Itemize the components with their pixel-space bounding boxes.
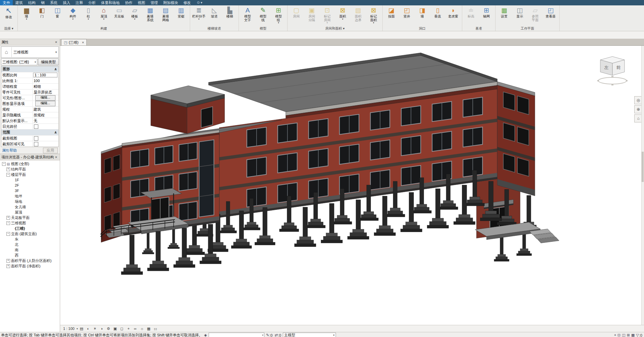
tree-item-elevation[interactable]: −立面 (建筑立面) [0, 231, 60, 236]
ribbon-group-label-model[interactable]: 模型 [239, 26, 287, 31]
tree-item-structural-plan[interactable]: +结构平面 [0, 166, 60, 172]
railing-button[interactable]: ≣栏杆扶手▾ [191, 6, 207, 20]
modify-button[interactable]: ↖修改 [1, 6, 16, 19]
curtain-system-button[interactable]: ▦幕墙系统 [142, 6, 158, 22]
curtain-grid-button[interactable]: ▤幕墙网格 [158, 6, 173, 22]
property-edit-button-graphic-display-options[interactable]: 编辑... [35, 101, 55, 106]
property-checkbox-crop-region-visible[interactable] [34, 142, 38, 146]
selection-filter-button[interactable]: ▽ :0 [636, 333, 642, 337]
property-edit-button-vg-overrides[interactable]: 编辑... [35, 95, 55, 101]
tree-item-east[interactable]: 东 [0, 236, 60, 242]
crop-view-icon[interactable]: ▣ [112, 326, 118, 331]
tree-item-3f[interactable]: 3F [0, 188, 60, 193]
property-value-default-analysis[interactable]: 无 [33, 118, 58, 123]
view-tab-close-icon[interactable]: × [82, 40, 84, 44]
tree-expander-icon[interactable]: + [6, 216, 10, 220]
drag-on-selection-icon[interactable]: ▦ [631, 333, 635, 337]
render-icon[interactable]: ⚙ [105, 326, 112, 331]
project-browser-close-icon[interactable]: × [54, 155, 58, 159]
menu-tab-annotate[interactable]: 注释 [73, 0, 86, 5]
set-button[interactable]: ▦设置 [497, 6, 512, 18]
tree-item-north[interactable]: 北 [0, 242, 60, 247]
ribbon-group-label-room-area[interactable]: 房间和面积 ▾ [288, 26, 382, 31]
property-value-discipline[interactable]: 建筑 [33, 107, 58, 112]
tree-item-area-net[interactable]: +面积平面 (净面积) [0, 263, 60, 269]
tree-item-area-civil-defense[interactable]: +面积平面 (人防分区面积) [0, 258, 60, 263]
menu-tab-collaborate[interactable]: 协作 [122, 0, 135, 5]
workset-status-badge[interactable]: ✎:0 [266, 333, 272, 337]
component-button[interactable]: ◆构件▾ [65, 6, 81, 20]
visual-style-icon[interactable]: ◐ [85, 326, 91, 331]
area-button[interactable]: ⊠面积▾ [335, 6, 350, 20]
ribbon-group-label-build[interactable]: 构建 [18, 26, 190, 31]
floor-button[interactable]: ▱楼板▾ [127, 6, 142, 20]
window-button[interactable]: ◫窗 [50, 6, 65, 18]
tree-item-floor-plan[interactable]: −楼层平面 [0, 172, 60, 177]
tree-item-south[interactable]: 南 [0, 247, 60, 253]
property-value-detail-level[interactable]: 精细 [33, 84, 58, 89]
tree-item-2f[interactable]: 2F [0, 183, 60, 188]
tree-item-ground[interactable]: 地坪 [0, 193, 60, 199]
property-section-graphics[interactable]: 图形∧ [1, 66, 58, 72]
menu-tab-steel[interactable]: 钢 [38, 0, 47, 5]
shaft-button[interactable]: ◰竖井 [399, 6, 415, 18]
ribbon-display-toggle-icon[interactable]: ⊙ ▾ [197, 0, 202, 5]
tree-expander-icon[interactable]: − [6, 173, 10, 177]
menu-tab-manage[interactable]: 管理 [148, 0, 161, 5]
model-group-button[interactable]: ⊞模型组▾ [271, 6, 286, 24]
show-crop-icon[interactable]: ◻ [119, 326, 125, 331]
menu-tab-massing-site[interactable]: 体量和场地 [98, 0, 122, 5]
model-text-button[interactable]: A模型文字 [240, 6, 255, 22]
menu-tab-systems[interactable]: 系统 [47, 0, 60, 5]
roof-button[interactable]: ⌂屋顶▾ [96, 6, 112, 20]
tree-item-roof[interactable]: 屋顶 [0, 210, 60, 215]
property-section-extents[interactable]: 范围∧ [1, 129, 58, 136]
reveal-hidden-icon[interactable]: ☼ [139, 326, 145, 331]
edit-type-button[interactable]: 编辑类型 [38, 59, 59, 65]
grid-button[interactable]: ⊞轴网 [479, 6, 494, 18]
tree-item-3d-view[interactable]: −三维视图 [0, 220, 60, 226]
tree-expander-icon[interactable]: − [2, 162, 6, 166]
model-canvas[interactable]: 左 前 ◎⊕⌂ [60, 46, 644, 325]
ribbon-group-label-select[interactable]: 选择 ▾ [0, 26, 17, 31]
pan-icon[interactable]: ◈ [204, 333, 207, 337]
tree-item-3d-default[interactable]: {三维} [0, 226, 60, 231]
temporary-view-properties-icon[interactable]: ▦ [146, 326, 152, 331]
select-links-icon[interactable]: ⌖ [614, 333, 616, 337]
tree-item-site[interactable]: 场地 [0, 199, 60, 204]
tree-expander-icon[interactable]: − [6, 221, 10, 225]
viewcube-front-face[interactable]: 前 [616, 65, 621, 70]
design-option-combobox[interactable]: 主模型▾ [283, 333, 336, 337]
property-value-view-scale[interactable]: 1 : 100 [33, 73, 57, 77]
mullion-button[interactable]: ▥竖梃 [173, 6, 189, 18]
view-filter-combobox[interactable]: 三维视图: {三维}▾ [1, 59, 37, 65]
ribbon-group-label-opening[interactable]: 洞口 [383, 26, 462, 31]
properties-help-link[interactable]: 属性帮助 [2, 148, 17, 153]
view-tab-3d[interactable]: ◳ {三维} × [61, 39, 87, 45]
shadows-icon[interactable]: ◑ [99, 326, 105, 331]
column-button[interactable]: ▯柱▾ [81, 6, 96, 20]
ceiling-button[interactable]: ▭天花板 [112, 6, 127, 18]
viewport-scrollbar[interactable] [641, 46, 644, 325]
show-button[interactable]: ◫显示 [512, 6, 527, 18]
tree-item-views-all[interactable]: −▤视图 (全部) [0, 161, 60, 166]
property-value-parts-visibility[interactable]: 显示原状态 [33, 90, 58, 95]
displace-elements-icon[interactable]: ⚏ [153, 326, 159, 331]
ribbon-group-label-circulation[interactable]: 楼梯坡道 [190, 26, 239, 31]
tree-expander-icon[interactable]: + [6, 264, 10, 268]
lock-3d-icon[interactable]: ⌖ [126, 326, 132, 331]
ribbon-group-label-work-plane[interactable]: 工作平面 [496, 26, 559, 31]
menu-tab-modify[interactable]: 修改 [181, 0, 194, 5]
viewer-button[interactable]: ◰查看器 [543, 6, 558, 18]
view-scale-button[interactable]: 1 : 100 [62, 327, 76, 331]
ribbon-group-label-datum[interactable]: 基准 [462, 26, 495, 31]
stair-button[interactable]: ▙楼梯 [222, 6, 238, 18]
tree-expander-icon[interactable]: + [6, 259, 10, 263]
wall-button[interactable]: ▆墙▾ [19, 6, 34, 20]
menu-tab-view[interactable]: 视图 [135, 0, 148, 5]
viewcube[interactable]: 左 前 [592, 54, 633, 87]
tree-item-parapet[interactable]: 女儿墙 [0, 204, 60, 210]
menu-tab-structure[interactable]: 结构 [26, 0, 38, 5]
property-checkbox-sun-path[interactable] [34, 124, 38, 129]
select-underlay-icon[interactable]: ⊡ [617, 333, 620, 337]
